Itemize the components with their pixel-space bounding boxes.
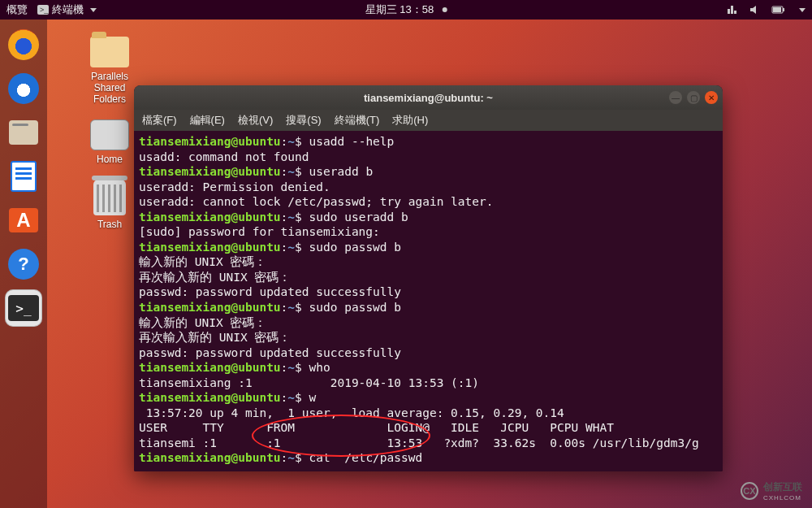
- window-maximize-button[interactable]: ▢: [687, 91, 700, 104]
- app-menu-label: 終端機: [52, 2, 84, 17]
- battery-icon[interactable]: [771, 5, 786, 15]
- firefox-icon: [8, 29, 39, 60]
- terminal-menubar: 檔案(F) 編輯(E) 檢視(V) 搜尋(S) 終端機(T) 求助(H): [134, 110, 723, 131]
- dock-writer[interactable]: [5, 158, 42, 195]
- svg-rect-4: [773, 7, 781, 12]
- volume-icon[interactable]: [749, 4, 762, 15]
- menu-help[interactable]: 求助(H): [392, 113, 428, 128]
- dock-thunderbird[interactable]: [5, 70, 42, 107]
- menu-terminal[interactable]: 終端機(T): [335, 113, 380, 128]
- app-menu[interactable]: >_ 終端機: [37, 2, 97, 17]
- desktop-icon-parallels[interactable]: Parallels Shared Folders: [90, 37, 129, 105]
- notification-dot-icon: [442, 7, 447, 12]
- network-icon[interactable]: [726, 4, 739, 15]
- help-icon: ?: [8, 249, 39, 280]
- clock-label: 星期三 13：58: [365, 2, 434, 17]
- terminal-body[interactable]: tiansemixiang@ubuntu:~$ usadd --help usa…: [134, 131, 723, 471]
- dock-help[interactable]: ?: [5, 245, 42, 283]
- watermark-sub: CXHLCOM: [763, 494, 802, 501]
- desktop-icon-trash[interactable]: Trash: [93, 180, 126, 230]
- desktop-icon-label: Trash: [97, 219, 122, 230]
- top-panel: 概覽 >_ 終端機 星期三 13：58: [0, 0, 812, 20]
- terminal-appmenu-icon: >_: [37, 5, 49, 15]
- watermark: CX 创新互联 CXHLCOM: [741, 480, 802, 501]
- dock-files[interactable]: [5, 114, 42, 151]
- window-titlebar[interactable]: tiansemixiang@ubuntu: ~ — ▢ ✕: [134, 85, 723, 110]
- clock[interactable]: 星期三 13：58: [365, 2, 447, 17]
- trash-icon: [93, 180, 126, 215]
- menu-view[interactable]: 檢視(V): [238, 113, 273, 128]
- launcher-dock: ? >_: [0, 20, 47, 508]
- menu-file[interactable]: 檔案(F): [142, 113, 177, 128]
- dock-terminal[interactable]: >_: [5, 289, 42, 327]
- writer-icon: [11, 161, 37, 192]
- system-menu-chevron-icon[interactable]: [799, 8, 806, 12]
- terminal-window: tiansemixiang@ubuntu: ~ — ▢ ✕ 檔案(F) 編輯(E…: [134, 85, 723, 471]
- watermark-brand: 创新互联: [763, 480, 802, 494]
- drive-icon: [90, 119, 129, 150]
- dock-firefox[interactable]: [5, 26, 42, 63]
- dock-software[interactable]: [5, 202, 42, 239]
- menu-edit[interactable]: 編輯(E): [190, 113, 225, 128]
- chevron-down-icon: [90, 8, 97, 12]
- software-icon: [9, 208, 38, 232]
- desktop-icon-label: Home: [97, 154, 123, 165]
- svg-rect-3: [783, 8, 784, 11]
- svg-text:>_: >_: [40, 6, 49, 14]
- window-close-button[interactable]: ✕: [705, 91, 718, 104]
- files-icon: [9, 120, 38, 145]
- window-minimize-button[interactable]: —: [669, 91, 682, 104]
- window-title: tiansemixiang@ubuntu: ~: [364, 92, 493, 104]
- desktop-icon-label: Parallels Shared Folders: [91, 71, 128, 105]
- terminal-icon: >_: [8, 295, 39, 321]
- thunderbird-icon: [8, 73, 39, 104]
- desktop-icon-home[interactable]: Home: [90, 119, 129, 165]
- folder-icon: [90, 37, 129, 67]
- menu-search[interactable]: 搜尋(S): [286, 113, 321, 128]
- watermark-logo-icon: CX: [741, 482, 758, 500]
- activities-button[interactable]: 概覽: [6, 2, 28, 17]
